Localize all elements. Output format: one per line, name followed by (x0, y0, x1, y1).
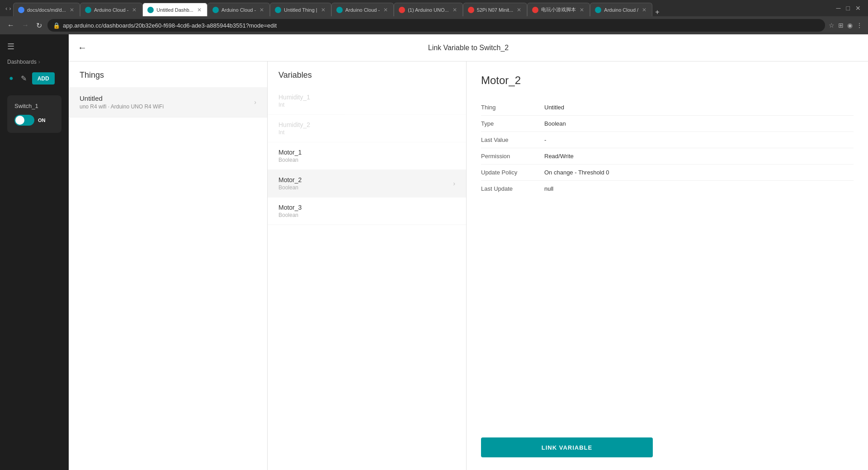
thing-item-untitled[interactable]: Untitled uno R4 wifi · Arduino UNO R4 Wi… (69, 87, 267, 118)
settings-icon[interactable]: ⋮ (856, 22, 863, 29)
tab-label-5: Untitled Thing | (284, 7, 317, 13)
browser-tab-2[interactable]: Arduino Cloud - ✕ (80, 3, 142, 16)
tab-close-4[interactable]: ✕ (259, 7, 265, 13)
close-button[interactable]: ✕ (855, 5, 861, 12)
breadcrumb-chevron: › (38, 59, 40, 65)
tab-label-10: Arduino Cloud / (604, 7, 638, 13)
browser-tab-8[interactable]: 52Pi N07 Minit... ✕ (463, 3, 528, 16)
browser-tab-5[interactable]: Untitled Thing | ✕ (270, 3, 331, 16)
detail-key-lastvalue: Last Value (481, 136, 544, 143)
tab-favicon-6 (336, 7, 343, 13)
detail-val-lastupdate: null (544, 185, 553, 192)
preview-icon-btn[interactable]: ● (7, 72, 15, 85)
tab-close-10[interactable]: ✕ (641, 7, 647, 13)
browser-tab-1[interactable]: docs/docs/md/d... ✕ (13, 3, 80, 16)
tab-favicon-9 (532, 7, 538, 13)
three-panel: Things Untitled uno R4 wifi · Arduino UN… (69, 61, 868, 470)
browser-tab-4[interactable]: Arduino Cloud - ✕ (208, 3, 270, 16)
sidebar-bottom (0, 140, 69, 470)
new-tab-button[interactable]: + (652, 8, 662, 16)
toggle-switch[interactable] (14, 115, 34, 126)
forward-navigation-button[interactable]: → (20, 19, 31, 31)
tab-label-9: 电玩小游戏脚本 (541, 6, 576, 13)
detail-key-type: Type (481, 120, 544, 127)
tab-favicon-7 (399, 7, 405, 13)
sidebar-actions: ● ✎ ADD (0, 69, 69, 88)
detail-key-thing: Thing (481, 104, 544, 111)
thing-info: Untitled uno R4 wifi · Arduino UNO R4 Wi… (80, 94, 254, 110)
variable-info-motor2: Motor_2 Boolean (278, 176, 302, 191)
tab-favicon-3 (147, 7, 154, 13)
url-text: app.arduino.cc/dashboards/20b32e60-f698-… (63, 22, 277, 29)
add-button[interactable]: ADD (32, 72, 55, 85)
modal-container: ← Link Variable to Switch_2 Things Untit… (69, 34, 868, 470)
variable-item-humidity1: Humidity_1 Int (268, 87, 466, 115)
detail-key-permission: Permission (481, 153, 544, 160)
tab-close-8[interactable]: ✕ (516, 7, 522, 13)
detail-title: Motor_2 (481, 74, 854, 87)
back-button[interactable]: ← (78, 42, 87, 53)
minimize-button[interactable]: ─ (836, 5, 841, 12)
browser-tab-3[interactable]: Untitled Dashb... ✕ (142, 3, 207, 16)
back-navigation-button[interactable]: ← (5, 19, 16, 31)
modal-title: Link Variable to Switch_2 (428, 44, 509, 52)
url-input[interactable]: 🔒 app.arduino.cc/dashboards/20b32e60-f69… (47, 19, 825, 32)
thing-name: Untitled (80, 94, 254, 102)
detail-row-thing: Thing Untitled (481, 99, 854, 116)
next-tab-btn[interactable]: › (9, 5, 11, 12)
extensions-icon[interactable]: ⊞ (838, 22, 844, 29)
browser-tab-7[interactable]: (1) Arduino UNO... ✕ (394, 3, 462, 16)
tab-close-5[interactable]: ✕ (320, 7, 326, 13)
tab-close-9[interactable]: ✕ (579, 7, 585, 13)
detail-row-lastupdate: Last Update null (481, 181, 854, 197)
detail-panel: Motor_2 Thing Untitled Type Boolean Last… (467, 61, 868, 470)
toggle-wrapper: ON (14, 115, 54, 126)
tab-label-6: Arduino Cloud - (345, 7, 380, 13)
tab-close-2[interactable]: ✕ (131, 7, 137, 13)
variable-name-humidity1: Humidity_1 (278, 94, 455, 101)
variable-info-motor3: Motor_3 Boolean (278, 204, 302, 218)
toggle-label: ON (38, 118, 46, 123)
tab-label-7: (1) Arduino UNO... (408, 7, 448, 13)
browser-tab-9[interactable]: 电玩小游戏脚本 ✕ (527, 3, 590, 16)
variable-item-humidity2: Humidity_2 Int (268, 115, 466, 142)
detail-row-type: Type Boolean (481, 116, 854, 132)
prev-tab-btn[interactable]: ‹ (5, 5, 7, 12)
bookmark-icon[interactable]: ☆ (829, 22, 835, 29)
tab-close-1[interactable]: ✕ (69, 7, 75, 13)
maximize-button[interactable]: □ (846, 5, 850, 12)
browser-window-controls: ─ □ ✕ (833, 5, 864, 12)
things-panel-title: Things (69, 61, 267, 87)
tab-close-3[interactable]: ✕ (196, 7, 203, 13)
main-wrapper: ☰ Dashboards › ● ✎ ADD Switch_1 ON ← Lin… (0, 34, 868, 470)
tab-close-7[interactable]: ✕ (452, 7, 458, 13)
breadcrumb-text: Dashboards (7, 59, 37, 65)
profile-icon[interactable]: ◉ (847, 22, 853, 29)
browser-tab-6[interactable]: Arduino Cloud - ✕ (331, 3, 394, 16)
reload-button[interactable]: ↻ (34, 19, 44, 32)
detail-val-thing: Untitled (544, 104, 564, 111)
sidebar-menu-icon[interactable]: ☰ (7, 42, 14, 52)
variable-row-motor3: Motor_3 Boolean (278, 204, 455, 218)
toolbar-icons: ☆ ⊞ ◉ ⋮ (829, 22, 863, 29)
left-sidebar: ☰ Dashboards › ● ✎ ADD Switch_1 ON (0, 34, 69, 470)
modal-header: ← Link Variable to Switch_2 (69, 34, 868, 61)
detail-row-updatepolicy: Update Policy On change - Threshold 0 (481, 164, 854, 181)
tab-favicon-5 (275, 7, 281, 13)
tab-close-6[interactable]: ✕ (382, 7, 389, 13)
edit-icon-btn[interactable]: ✎ (19, 72, 28, 85)
tab-label-1: docs/docs/md/d... (27, 7, 66, 13)
detail-table: Thing Untitled Type Boolean Last Value -… (481, 99, 854, 197)
thing-subtitle: uno R4 wifi · Arduino UNO R4 WiFi (80, 103, 254, 110)
variable-item-motor3[interactable]: Motor_3 Boolean (268, 197, 466, 225)
variable-item-motor1[interactable]: Motor_1 Boolean (268, 142, 466, 170)
address-bar-row: ← → ↻ 🔒 app.arduino.cc/dashboards/20b32e… (0, 16, 868, 34)
toggle-knob (15, 116, 24, 125)
variable-item-motor2[interactable]: Motor_2 Boolean › (268, 170, 466, 197)
variable-row-motor2: Motor_2 Boolean › (278, 176, 455, 191)
tab-favicon-4 (212, 7, 219, 13)
variable-type-humidity1: Int (278, 102, 455, 108)
tab-favicon-8 (468, 7, 474, 13)
browser-tab-10[interactable]: Arduino Cloud / ✕ (590, 3, 652, 16)
link-variable-button[interactable]: LINK VARIABLE (481, 437, 653, 457)
